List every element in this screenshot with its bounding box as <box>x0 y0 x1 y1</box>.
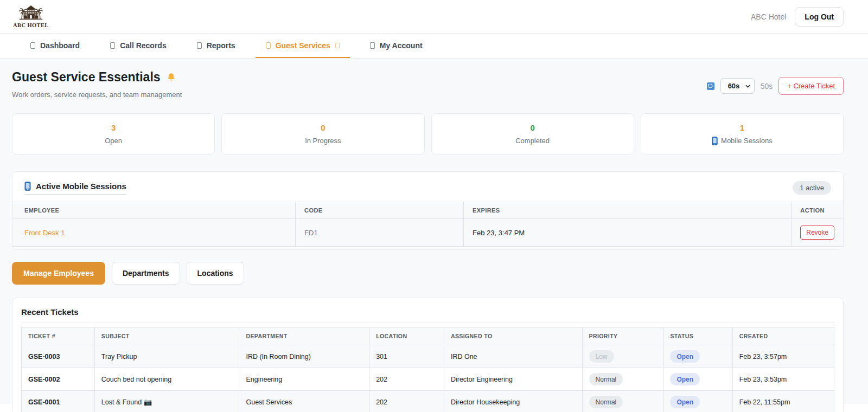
ticket-department: Guest Services <box>239 391 369 412</box>
main-nav: Dashboard Call Records Reports Guest Ser… <box>0 34 868 59</box>
ticket-assigned: IRD One <box>444 345 582 368</box>
ticket-location: 301 <box>369 345 444 368</box>
logout-button[interactable]: Log Out <box>795 7 844 27</box>
auto-refresh-icon[interactable] <box>707 82 714 90</box>
reports-icon <box>197 42 202 49</box>
sessions-header: Active Mobile Sessions 1 active <box>12 181 843 202</box>
sessions-header-row: EMPLOYEE CODE EXPIRES ACTION <box>12 202 843 219</box>
ticket-id: GSE-0002 <box>22 368 95 391</box>
ticket-created: Feb 22, 11:55pm <box>732 391 834 412</box>
sessions-title: Active Mobile Sessions <box>24 182 126 195</box>
nav-item-reports[interactable]: Reports <box>187 34 246 58</box>
locations-button[interactable]: Locations <box>187 262 244 285</box>
sessions-table: EMPLOYEE CODE EXPIRES ACTION Front Desk … <box>12 202 843 247</box>
stat-label: Completed <box>515 137 550 145</box>
col-created: CREATED <box>732 327 834 345</box>
logo-text: ABC HOTEL <box>13 23 49 29</box>
recent-tickets-card: Recent Tickets TICKET # SUBJECT DEPARTME… <box>12 298 844 412</box>
nav-label: Reports <box>207 41 235 50</box>
ticket-subject: Tray Pickup <box>94 345 239 368</box>
account-name: ABC Hotel <box>751 12 786 21</box>
recent-tickets-title: Recent Tickets <box>21 307 834 323</box>
active-count-badge: 1 active <box>793 181 831 195</box>
header-right: ABC Hotel Log Out <box>751 7 844 27</box>
refresh-countdown: 50s <box>761 82 773 91</box>
departments-button[interactable]: Departments <box>112 262 180 285</box>
stat-value: 3 <box>111 123 116 132</box>
ticket-department: Engineering <box>239 368 369 391</box>
nav-item-my-account[interactable]: My Account <box>360 34 433 58</box>
management-buttons: Manage Employees Departments Locations <box>12 262 844 285</box>
priority-badge: Normal <box>589 373 623 385</box>
sessions-title-text: Active Mobile Sessions <box>36 182 126 191</box>
stat-value: 0 <box>530 123 534 132</box>
head-controls: 60s 50s + Create Ticket <box>707 77 844 95</box>
nav-item-guest-services[interactable]: Guest Services <box>256 34 350 58</box>
nav-label: My Account <box>380 41 423 50</box>
col-status: STATUS <box>663 327 732 345</box>
nav-label: Dashboard <box>40 41 80 50</box>
session-expires: Feb 23, 3:47 PM <box>464 219 792 247</box>
revoke-button[interactable]: Revoke <box>800 226 834 240</box>
priority-badge: Low <box>589 350 614 363</box>
app-header: ABC HOTEL ABC Hotel Log Out <box>0 0 868 34</box>
dashboard-icon <box>30 42 35 49</box>
session-row: Front Desk 1 FD1 Feb 23, 3:47 PM Revoke <box>12 219 843 247</box>
stat-card-completed: 0 Completed <box>431 113 634 154</box>
active-mobile-sessions-card: Active Mobile Sessions 1 active EMPLOYEE… <box>12 171 844 250</box>
ticket-id: GSE-0001 <box>22 391 95 412</box>
ticket-row: GSE-0003 Tray Pickup IRD (In Room Dining… <box>22 345 834 368</box>
ticket-location: 202 <box>369 391 444 412</box>
ticket-subject: Couch bed not opening <box>94 368 239 391</box>
mobile-phone-icon <box>24 182 31 191</box>
ticket-row: GSE-0002 Couch bed not opening Engineeri… <box>22 368 834 391</box>
col-department: DEPARTMENT <box>239 327 369 345</box>
page-head: Guest Service Essentials Work orders, se… <box>12 70 844 99</box>
col-subject: SUBJECT <box>94 327 239 345</box>
nav-label: Guest Services <box>276 41 330 50</box>
status-badge: Open <box>670 350 700 363</box>
col-location: LOCATION <box>369 327 444 345</box>
ticket-created: Feb 23, 3:53pm <box>732 368 834 391</box>
col-employee: EMPLOYEE <box>12 202 296 219</box>
priority-badge: Normal <box>589 396 623 408</box>
col-action: ACTION <box>792 202 843 219</box>
stats-row: 3 Open 0 In Progress 0 Completed 1 Mobil… <box>12 113 844 154</box>
employee-link[interactable]: Front Desk 1 <box>24 229 65 237</box>
stat-label: Open <box>105 137 122 145</box>
ticket-created: Feb 23, 3:57pm <box>732 345 834 368</box>
col-priority: PRIORITY <box>582 327 663 345</box>
page-title: Guest Service Essentials <box>12 70 182 85</box>
nav-item-call-records[interactable]: Call Records <box>100 34 177 58</box>
hotel-logo: ABC HOTEL <box>13 4 49 29</box>
status-badge: Open <box>670 373 700 385</box>
nav-item-dashboard[interactable]: Dashboard <box>20 34 90 58</box>
refresh-interval-select[interactable]: 60s <box>720 78 755 94</box>
stat-card-mobile-sessions: 1 Mobile Sessions <box>641 113 844 154</box>
my-account-icon <box>370 42 375 49</box>
ticket-assigned: Director Housekeeping <box>444 391 582 412</box>
col-code: CODE <box>296 202 464 219</box>
bell-icon <box>167 73 176 82</box>
ticket-row: GSE-0001 Lost & Found 📷 Guest Services 2… <box>22 391 834 412</box>
col-assigned-to: ASSIGNED TO <box>444 327 582 345</box>
ticket-department: IRD (In Room Dining) <box>239 345 369 368</box>
ticket-assigned: Director Engineering <box>444 368 582 391</box>
session-code: FD1 <box>296 219 464 247</box>
page-subtitle: Work orders, service requests, and team … <box>12 91 182 99</box>
col-ticket: TICKET # <box>22 327 95 345</box>
notification-icon <box>335 43 340 48</box>
ticket-subject: Lost & Found 📷 <box>94 391 239 412</box>
mobile-phone-icon <box>712 137 718 145</box>
stat-label: Mobile Sessions <box>712 137 773 145</box>
hotel-building-icon <box>17 4 45 22</box>
ticket-location: 202 <box>369 368 444 391</box>
status-badge: Open <box>670 396 700 408</box>
stat-card-in-progress: 0 In Progress <box>221 113 424 154</box>
create-ticket-button[interactable]: + Create Ticket <box>778 77 844 95</box>
stat-label: In Progress <box>305 137 341 145</box>
stat-label-text: Mobile Sessions <box>721 137 773 145</box>
tickets-header-row: TICKET # SUBJECT DEPARTMENT LOCATION ASS… <box>22 327 834 345</box>
col-expires: EXPIRES <box>464 202 792 219</box>
manage-employees-button[interactable]: Manage Employees <box>12 262 105 285</box>
